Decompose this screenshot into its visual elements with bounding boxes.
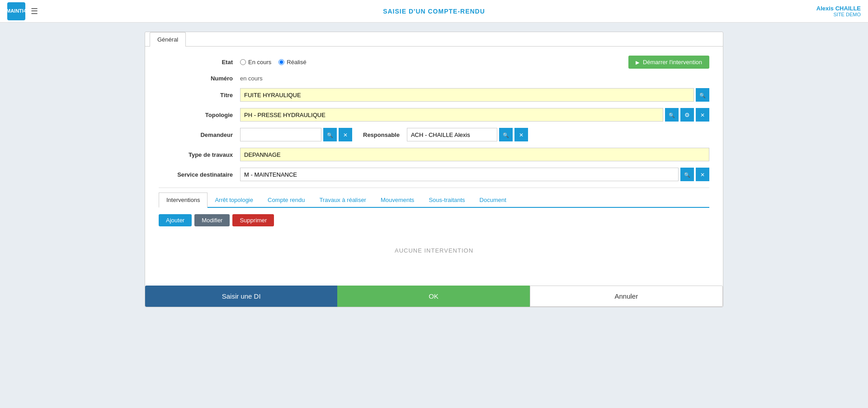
search-icon: [699, 92, 706, 98]
demandeur-search-button[interactable]: [323, 128, 337, 141]
service-controls: [240, 168, 709, 181]
no-intervention-message: AUCUNE INTERVENTION: [159, 234, 709, 267]
topologie-clear-button[interactable]: [696, 108, 709, 122]
etat-row: Etat En cours Réalisé Démarr: [159, 56, 709, 69]
topologie-gear-button[interactable]: [680, 108, 694, 122]
logo-text2: 4: [24, 8, 26, 14]
responsable-label: Responsable: [363, 131, 400, 138]
user-info: Alexis CHAILLE SITE DEMO: [816, 5, 861, 17]
topologie-search-icon: [669, 112, 675, 118]
card: Général Etat En cours Réalisé: [145, 32, 723, 307]
header: MAINTI 4 ☰ SAISIE D'UN COMPTE-RENDU Alex…: [0, 0, 868, 23]
topologie-gear-icon: [684, 112, 690, 118]
start-intervention-button[interactable]: Démarrer l'intervention: [628, 56, 709, 69]
hamburger-menu-icon[interactable]: ☰: [31, 6, 38, 16]
start-button-label: Démarrer l'intervention: [643, 59, 702, 66]
service-input[interactable]: [240, 168, 679, 181]
tab-compte-rendu[interactable]: Compte rendu: [260, 192, 312, 208]
service-clear-icon: [700, 171, 705, 178]
radio-en-cours-input[interactable]: [240, 59, 246, 65]
demandeur-clear-button[interactable]: [339, 128, 352, 141]
titre-controls: [240, 88, 709, 102]
topologie-controls: [240, 108, 709, 122]
titre-input[interactable]: [240, 88, 694, 102]
type-travaux-controls: DEPANNAGE: [240, 148, 709, 161]
page-title: SAISIE D'UN COMPTE-RENDU: [383, 8, 485, 15]
tab-sous-traitants[interactable]: Sous-traitants: [421, 192, 472, 208]
header-left: MAINTI 4 ☰: [7, 2, 38, 20]
radio-en-cours-label: En cours: [248, 59, 271, 66]
topologie-input[interactable]: [240, 108, 663, 122]
responsable-clear-button[interactable]: [514, 128, 528, 141]
service-clear-button[interactable]: [696, 168, 709, 181]
site-name: SITE DEMO: [816, 12, 861, 17]
demandeur-label: Demandeur: [159, 131, 240, 138]
responsable-clear-icon: [519, 131, 524, 138]
user-name: Alexis CHAILLE: [816, 5, 861, 12]
type-travaux-label: Type de travaux: [159, 151, 240, 158]
demandeur-responsable-row: Demandeur Responsable: [159, 128, 709, 141]
responsable-search-icon: [503, 131, 509, 138]
modifier-button[interactable]: Modifier: [194, 214, 230, 226]
play-icon: [636, 59, 640, 66]
service-search-button[interactable]: [680, 168, 694, 181]
service-label: Service destinataire: [159, 171, 240, 178]
ok-button[interactable]: OK: [337, 286, 529, 307]
saisir-di-button[interactable]: Saisir une DI: [145, 286, 337, 307]
demandeur-input[interactable]: [240, 128, 321, 141]
tab-travaux-realiser[interactable]: Travaux à réaliser: [312, 192, 373, 208]
demandeur-controls: Responsable: [240, 128, 709, 141]
divider: [159, 188, 709, 188]
topologie-search-button[interactable]: [665, 108, 679, 122]
card-tabs: Général: [145, 32, 723, 47]
numero-row: Numéro en cours: [159, 75, 709, 82]
service-search-icon: [684, 171, 690, 178]
etat-section: En cours Réalisé Démarrer l'intervention: [240, 56, 709, 69]
main-content: Général Etat En cours Réalisé: [0, 23, 868, 316]
demandeur-clear-icon: [343, 131, 348, 138]
numero-value-wrap: en cours: [240, 75, 709, 82]
tab-mouvements[interactable]: Mouvements: [373, 192, 421, 208]
service-row: Service destinataire: [159, 168, 709, 181]
radio-realise-label: Réalisé: [287, 59, 306, 66]
topologie-label: Topologie: [159, 112, 240, 118]
tab-general[interactable]: Général: [150, 32, 186, 47]
action-buttons: Ajouter Modifier Supprimer: [159, 214, 709, 226]
type-travaux-row: Type de travaux DEPANNAGE: [159, 148, 709, 161]
titre-row: Titre: [159, 88, 709, 102]
etat-controls: En cours Réalisé Démarrer l'intervention: [240, 56, 709, 69]
bottom-buttons: Saisir une DI OK Annuler: [145, 286, 723, 307]
tab-document[interactable]: Document: [472, 192, 514, 208]
etat-label: Etat: [159, 59, 240, 66]
titre-search-button[interactable]: [696, 88, 709, 102]
ajouter-button[interactable]: Ajouter: [159, 214, 192, 226]
responsable-input[interactable]: [407, 128, 497, 141]
logo-text1: MAINTI: [6, 8, 24, 14]
demandeur-search-icon: [327, 131, 333, 138]
annuler-button[interactable]: Annuler: [530, 286, 723, 307]
topologie-row: Topologie: [159, 108, 709, 122]
card-body: Etat En cours Réalisé Démarr: [145, 47, 723, 277]
inner-tabs: Interventions Arrêt topologie Compte ren…: [159, 192, 709, 208]
radio-realise[interactable]: Réalisé: [278, 59, 306, 66]
logo: MAINTI 4: [7, 2, 25, 20]
radio-en-cours[interactable]: En cours: [240, 59, 271, 66]
titre-label: Titre: [159, 92, 240, 98]
numero-value: en cours: [240, 75, 263, 82]
tab-interventions[interactable]: Interventions: [159, 192, 208, 208]
supprimer-button[interactable]: Supprimer: [232, 214, 274, 226]
numero-label: Numéro: [159, 75, 240, 82]
radio-realise-input[interactable]: [278, 59, 284, 65]
type-travaux-select[interactable]: DEPANNAGE: [240, 148, 709, 161]
responsable-search-button[interactable]: [499, 128, 513, 141]
tab-arret-topologie[interactable]: Arrêt topologie: [208, 192, 260, 208]
topologie-clear-icon: [700, 111, 705, 118]
